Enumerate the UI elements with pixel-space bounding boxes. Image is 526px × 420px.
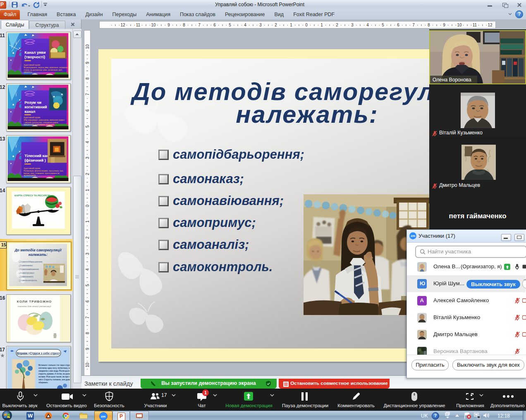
svg-text:7: 7 — [85, 93, 90, 95]
svg-text:6: 6 — [397, 23, 399, 27]
svg-text:2: 2 — [85, 236, 90, 239]
svg-text:обережно.: обережно. — [38, 381, 48, 384]
svg-text:До методів саморегуляції: До методів саморегуляції — [14, 248, 62, 252]
svg-text:6: 6 — [85, 300, 90, 303]
svg-text:2: 2 — [336, 23, 338, 27]
svg-text:Релаксація, фізичні вправи, пр: Релаксація, фізичні вправи, прогулянка, … — [24, 170, 63, 172]
svg-text:5: 5 — [382, 23, 384, 27]
svg-text:Візуалізування, творча уява, м: Візуалізування, творча уява, мовлення, з… — [24, 67, 68, 69]
svg-text:Збір інформації, самооцінка, в: Збір інформації, самооцінка, вивчення пр… — [24, 119, 65, 121]
svg-text:ароматерапія.: ароматерапія. — [24, 174, 36, 177]
svg-text:10: 10 — [85, 363, 90, 368]
svg-text:12: 12 — [120, 23, 125, 27]
svg-text:3: 3 — [85, 157, 90, 159]
svg-text:1: 1 — [85, 220, 90, 223]
svg-text:6: 6 — [213, 23, 216, 27]
svg-text:11: 11 — [473, 23, 477, 27]
svg-text:(фізичний ): (фізичний ) — [24, 158, 45, 162]
svg-text:3: 3 — [351, 23, 354, 27]
svg-text:струсіть руками. А потім, не р: струсіть руками. А потім, не рухаючи — [38, 373, 70, 375]
svg-text:4: 4 — [85, 141, 90, 143]
svg-text:Адаптивний прояв:: Адаптивний прояв: — [24, 64, 41, 66]
svg-text:Канал уяви: Канал уяви — [24, 50, 45, 55]
svg-text:10: 10 — [151, 23, 156, 27]
svg-text:❑ самопідбарьорення;: ❑ самопідбарьорення; — [19, 260, 43, 263]
svg-text:9: 9 — [167, 23, 170, 27]
svg-text:належать:: належать: — [29, 253, 48, 257]
svg-text:4: 4 — [244, 23, 246, 27]
svg-text:8: 8 — [428, 23, 430, 27]
svg-text:10: 10 — [85, 44, 90, 49]
svg-text:8: 8 — [85, 77, 90, 80]
svg-text:❑ самопримус;: ❑ самопримус; — [19, 272, 35, 274]
svg-text:спочатку одну ногу, потім іншу: спочатку одну ногу, потім іншу, немов — [38, 367, 70, 369]
svg-text:скидаючи з них воду. Після цьо: скидаючи з них воду. Після цього різко — [38, 370, 70, 372]
svg-text:твіст. Струсіть головою, але д: твіст. Струсіть головою, але дуже — [38, 379, 70, 381]
svg-text:4: 4 — [366, 23, 369, 27]
svg-text:0: 0 — [305, 23, 308, 27]
svg-text:7: 7 — [198, 23, 201, 27]
svg-text:2: 2 — [85, 173, 90, 175]
svg-text:12: 12 — [488, 23, 493, 27]
svg-text:6: 6 — [85, 109, 90, 112]
svg-text:5: 5 — [85, 284, 90, 286]
svg-text:ногами. Різкі рухи тазом, як п: ногами. Різкі рухи тазом, як при танці — [38, 376, 70, 378]
svg-text:1: 1 — [85, 189, 90, 191]
svg-text:5: 5 — [85, 125, 90, 128]
svg-text:9: 9 — [85, 62, 90, 64]
svg-text:5: 5 — [229, 23, 231, 27]
svg-text:❑ самонаказ;: ❑ самонаказ; — [19, 264, 33, 267]
svg-text:3: 3 — [85, 253, 90, 255]
svg-text:масаж, секс, плавання, приготу: масаж, секс, плавання, приготування їжі, — [24, 172, 60, 174]
svg-text:1: 1 — [290, 23, 292, 27]
svg-text:когнітивний: когнітивний — [24, 105, 47, 109]
svg-text:КОЛИ ТРИВОЖНО: КОЛИ ТРИВОЖНО — [17, 300, 52, 303]
svg-text:7: 7 — [85, 316, 90, 319]
svg-text:Встаньте і сильно і по черзі с: Встаньте і сильно і по черзі струсіть — [38, 364, 70, 366]
svg-text:9: 9 — [85, 348, 90, 350]
svg-text:0: 0 — [85, 205, 90, 207]
svg-text:❑ самоконтроль.: ❑ самоконтроль. — [19, 279, 38, 282]
svg-text:7: 7 — [412, 23, 415, 27]
svg-text:КАРТА СТРЕСУ ТА РЕСУРСІВ: КАРТА СТРЕСУ ТА РЕСУРСІВ — [14, 194, 50, 197]
svg-text:стресу за допомогою уяви, рела: стресу за допомогою уяви, релаксація, мр… — [24, 69, 62, 71]
svg-text:Адаптивний прояв:: Адаптивний прояв: — [24, 167, 41, 169]
svg-text:10: 10 — [457, 23, 462, 27]
svg-text:9: 9 — [443, 23, 445, 27]
svg-text:Адаптивний прояв:: Адаптивний прояв: — [24, 116, 41, 119]
svg-text:8: 8 — [183, 23, 185, 27]
svg-text:канал: канал — [24, 110, 35, 114]
svg-text:2: 2 — [275, 23, 277, 27]
svg-text:8: 8 — [85, 332, 90, 334]
svg-text:техніка для нічної релаксації: техніка для нічної релаксації — [18, 305, 52, 308]
svg-text:і законів суспільства, створен: і законів суспільства, створення шкали — [24, 122, 58, 124]
svg-text:Олена Воронова: Олена Воронова — [433, 77, 471, 83]
svg-text:❑ самонавіювання;: ❑ самонавіювання; — [19, 268, 39, 270]
svg-text:4: 4 — [85, 268, 90, 271]
svg-text:3: 3 — [259, 23, 262, 27]
svg-text:❑ самоаналіз;: ❑ самоаналіз; — [19, 275, 34, 278]
svg-text:1: 1 — [320, 23, 323, 27]
svg-text:Розум чи: Розум чи — [24, 100, 41, 105]
svg-text:творчість.: творчість. — [24, 71, 32, 73]
svg-text:11: 11 — [136, 23, 141, 27]
svg-text:Вправа «Струси з себе стрес»: Вправа «Струси з себе стрес» — [17, 352, 60, 355]
svg-text:(творчості): (творчості) — [24, 55, 45, 59]
